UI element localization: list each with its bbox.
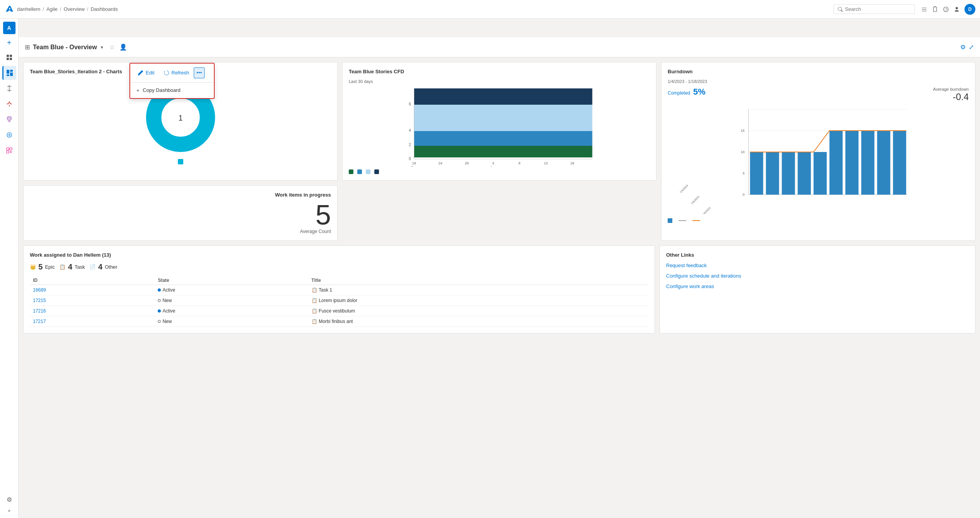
avg-burndown-lbl: Average burndown	[933, 87, 969, 92]
breadcrumb-dashboards[interactable]: Dashboards	[91, 6, 118, 12]
col-id: ID	[30, 276, 155, 285]
top-nav: danhellem / Agile / Overview / Dashboard…	[0, 0, 980, 19]
dashboard-grid-icon: ⊞	[25, 43, 30, 51]
edit-button[interactable]: Edit	[133, 67, 159, 78]
svg-rect-73	[414, 131, 592, 146]
sidebar-add-button[interactable]: +	[4, 37, 15, 48]
dashboard-dropdown-icon[interactable]: ▾	[101, 45, 103, 50]
other-link-item[interactable]: Request feedback	[666, 262, 969, 268]
task-icon: 📋	[59, 264, 65, 270]
sidebar-item-boards[interactable]	[2, 66, 16, 80]
svg-text:4: 4	[409, 128, 411, 133]
dashboard-favorite-icon[interactable]: ☆	[109, 43, 115, 51]
other-links-list: Request feedbackConfigure schedule and i…	[666, 262, 969, 289]
header-settings-icon[interactable]: ⚙	[960, 43, 966, 51]
sidebar-item-repos[interactable]	[2, 81, 16, 95]
cfd-legend-green	[349, 169, 353, 174]
epic-num: 5	[38, 262, 43, 271]
breadcrumb-org[interactable]: danhellem	[17, 6, 40, 12]
sidebar-logo: A	[3, 22, 16, 34]
svg-rect-107	[846, 131, 859, 195]
cell-id[interactable]: 16689	[30, 285, 155, 295]
burndown-date-range: 1/4/2023 - 1/18/2023	[668, 79, 969, 84]
edit-label: Edit	[146, 70, 154, 76]
nav-account-icon[interactable]	[954, 6, 960, 12]
donut-color-dot	[178, 159, 183, 164]
svg-rect-14	[7, 151, 9, 153]
cell-title: 📋Fusce vestibulum	[308, 306, 648, 316]
sidebar-item-artifacts[interactable]	[2, 128, 16, 142]
dropdown-menu: Edit Refresh ••• + Copy Dashboard	[129, 63, 215, 99]
svg-text:24: 24	[438, 161, 442, 165]
burndown-ideal-line	[679, 220, 686, 221]
table-row: 16689 Active 📋Task 1	[30, 285, 648, 295]
search-box[interactable]	[834, 4, 915, 14]
svg-text:8: 8	[518, 161, 520, 165]
header-expand-icon[interactable]: ⤢	[969, 43, 974, 51]
svg-rect-12	[7, 148, 9, 150]
cell-id[interactable]: 17216	[30, 306, 155, 316]
cfd-last30: Last 30 days	[349, 79, 650, 84]
sidebar-collapse-button[interactable]: »	[6, 506, 12, 515]
task-count: 📋 4 Task	[59, 262, 85, 271]
cell-state: New	[155, 316, 308, 327]
burndown-metrics: Completed 5% Average burndown -0.4	[668, 87, 969, 102]
avg-burndown-val: -0.4	[953, 92, 969, 102]
cell-state: New	[155, 295, 308, 306]
cell-id[interactable]: 17217	[30, 316, 155, 327]
copy-dashboard-row[interactable]: + Copy Dashboard	[130, 84, 214, 97]
dashboard-team-icon[interactable]: 👤	[119, 43, 127, 51]
copy-plus-icon: +	[136, 87, 140, 93]
svg-rect-72	[414, 105, 592, 131]
nav-list-icon[interactable]	[921, 6, 927, 12]
sidebar: A + ⚙ »	[0, 19, 19, 518]
breadcrumb-agile[interactable]: Agile	[47, 6, 58, 12]
epic-icon: 👑	[30, 264, 36, 270]
svg-text:6: 6	[409, 102, 411, 106]
more-options-button[interactable]: •••	[194, 67, 205, 78]
other-link-item[interactable]: Configure schedule and iterations	[666, 273, 969, 279]
copy-dashboard-label: Copy Dashboard	[143, 87, 181, 93]
sidebar-item-overview[interactable]	[2, 50, 16, 64]
epic-count: 👑 5 Epic	[30, 262, 55, 271]
other-links-title: Other Links	[666, 252, 969, 258]
edit-icon	[138, 70, 143, 76]
breadcrumb-overview[interactable]: Overview	[64, 6, 84, 12]
svg-text:3: 3	[492, 161, 494, 165]
svg-rect-102	[766, 152, 779, 195]
table-row: 17217 New 📋Morbi finibus ant	[30, 316, 648, 327]
svg-text:1/4/2023: 1/4/2023	[679, 184, 689, 193]
cfd-legend-navy	[374, 169, 379, 174]
cfd-svg: 0 2 4 6 19 24 29 3 8 13 18 Dec Jan	[349, 85, 650, 167]
work-assigned-title: Work assigned to Dan Hellem (13)	[30, 252, 648, 258]
burndown-bar-legend-item	[668, 218, 672, 223]
svg-rect-10	[7, 74, 9, 76]
svg-rect-106	[830, 131, 843, 195]
sidebar-settings-button[interactable]: ⚙	[4, 494, 15, 505]
cfd-legend-lightblue	[366, 169, 370, 174]
burndown-main-svg: 0 5 10 15 1/4/2023 1/	[668, 105, 969, 214]
nav-clipboard-icon[interactable]	[932, 6, 938, 12]
dashboard-title-area: ⊞ Team Blue - Overview ▾ ☆ 👤	[25, 43, 127, 51]
other-link-item[interactable]: Configure work areas	[666, 283, 969, 289]
dashboard-header: ⊞ Team Blue - Overview ▾ ☆ 👤 Edit Refres…	[19, 37, 980, 57]
svg-rect-104	[798, 152, 811, 195]
sidebar-item-test[interactable]	[2, 112, 16, 126]
azure-logo	[5, 5, 14, 14]
ellipsis-icon: •••	[196, 70, 202, 76]
cell-id[interactable]: 17215	[30, 295, 155, 306]
refresh-icon	[164, 70, 169, 76]
header-right: ⚙ ⤢	[960, 43, 974, 51]
epic-label: Epic	[45, 264, 55, 270]
burndown-ideal-legend-item	[679, 220, 686, 221]
search-input[interactable]	[845, 6, 911, 12]
col-title: Title	[308, 276, 648, 285]
sidebar-item-pipelines[interactable]	[2, 97, 16, 111]
refresh-button[interactable]: Refresh	[159, 67, 194, 78]
bottom-section: Work assigned to Dan Hellem (13) 👑 5 Epi…	[19, 245, 980, 338]
nav-help-icon[interactable]	[943, 6, 949, 12]
sidebar-item-extensions[interactable]	[2, 143, 16, 157]
user-avatar[interactable]: D	[964, 4, 975, 15]
burndown-completed-section: Completed 5%	[668, 87, 705, 97]
cfd-card: Team Blue Stories CFD Last 30 days 0 2 4…	[342, 62, 656, 181]
